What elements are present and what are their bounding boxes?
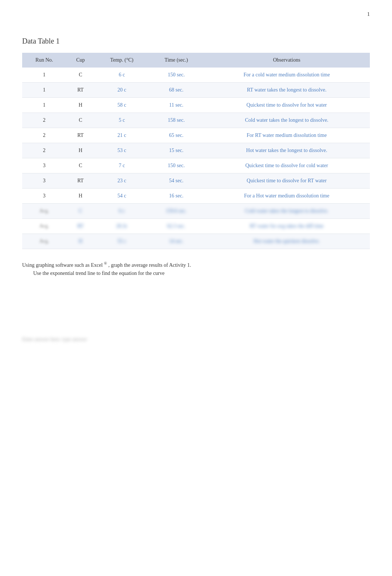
section-title: Data Table 1 bbox=[22, 37, 370, 45]
footer-trademark: ® bbox=[104, 261, 107, 265]
table-header-row: Run No. Cup Temp. (°C) Time (sec.) Obser… bbox=[22, 53, 370, 68]
footer-text3: Use the exponential trend line to find t… bbox=[33, 269, 370, 277]
col-header-obs: Observations bbox=[203, 53, 370, 68]
col-header-run: Run No. bbox=[22, 53, 66, 68]
table-row: 2C5 c158 sec.Cold water takes the longes… bbox=[22, 113, 370, 128]
table-row: 3H54 c16 sec.For a Hot water medium diss… bbox=[22, 189, 370, 204]
footer-section: Using graphing software such as Excel ® … bbox=[22, 260, 370, 277]
table-row: 1C6 c150 sec.For a cold water medium dis… bbox=[22, 68, 370, 83]
page-number: 1 bbox=[367, 11, 370, 17]
table-row: 1H58 c11 sec.Quickest time to dissolve f… bbox=[22, 98, 370, 113]
table-row: 1RT20 c68 sec.RT water takes the longest… bbox=[22, 83, 370, 98]
table-row: 2H53 c15 sec.Hot water takes the longest… bbox=[22, 143, 370, 158]
table-row: Avg.C6 c159.6 sec.Cold water takes the l… bbox=[22, 204, 370, 219]
table-row: 3C7 c150 sec.Quickest time to dissolve f… bbox=[22, 158, 370, 173]
table-row: 2RT21 c65 sec.For RT water medium dissol… bbox=[22, 128, 370, 143]
footer-text1: Using graphing software such as Excel bbox=[22, 262, 103, 268]
col-header-cup: Cup bbox=[66, 53, 95, 68]
col-header-temp: Temp. (°C) bbox=[95, 53, 149, 68]
data-table: Run No. Cup Temp. (°C) Time (sec.) Obser… bbox=[22, 53, 370, 249]
table-row: 3RT23 c54 sec.Quickest time to dissolve … bbox=[22, 173, 370, 189]
col-header-time: Time (sec.) bbox=[149, 53, 204, 68]
table-row: Avg.RT20.3c62.3 sec.RT water for avg tak… bbox=[22, 219, 370, 234]
table-row: Avg.H55 c14 sec.Hot water the quickest d… bbox=[22, 234, 370, 249]
blurred-bottom-text: Enter answer here: type answer bbox=[22, 337, 87, 342]
footer-text2: , graph the average results of Activity … bbox=[108, 262, 191, 268]
